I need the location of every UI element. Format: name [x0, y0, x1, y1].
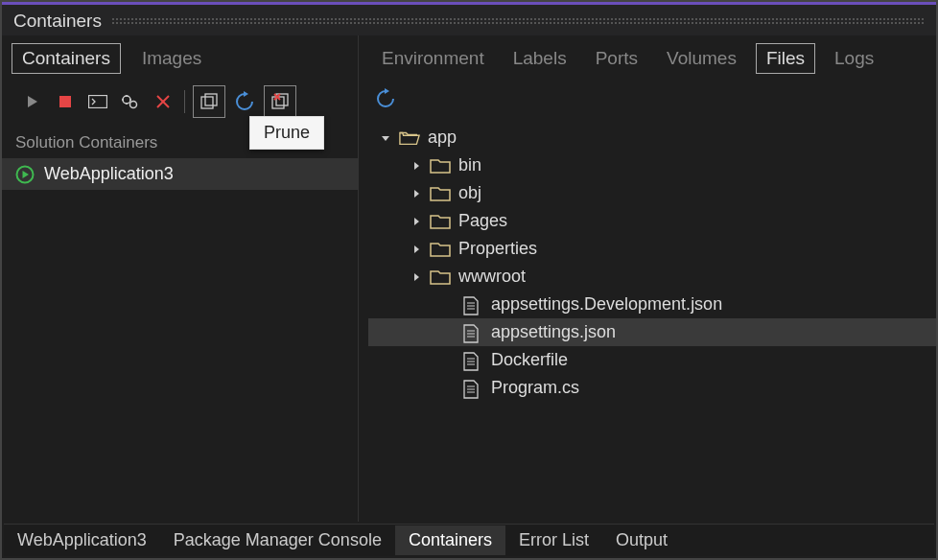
tree-label: Pages [458, 211, 507, 231]
tab-images[interactable]: Images [132, 44, 211, 73]
file-icon [462, 352, 483, 369]
svg-point-4 [130, 102, 137, 108]
tab-logs[interactable]: Logs [825, 44, 883, 73]
left-toolbar: Prune [2, 82, 358, 124]
bottom-tab-webapp[interactable]: WebApplication3 [4, 525, 160, 555]
toolbar-separator [184, 90, 185, 113]
left-tab-strip: Containers Images [2, 35, 358, 82]
file-icon [462, 380, 483, 397]
tree-file[interactable]: · Program.cs [368, 374, 936, 402]
svg-marker-26 [414, 273, 419, 281]
bottom-tab-strip: WebApplication3 Package Manager Console … [4, 524, 934, 556]
tree-folder-pages[interactable]: Pages [368, 207, 936, 235]
tree-label: appsettings.Development.json [491, 294, 722, 315]
tree-file[interactable]: · appsettings.json [368, 318, 936, 346]
svg-rect-11 [201, 97, 213, 108]
svg-marker-22 [414, 162, 419, 170]
stop-icon[interactable] [52, 88, 79, 115]
tree-label: Program.cs [491, 378, 579, 398]
bottom-tab-containers[interactable]: Containers [395, 525, 505, 555]
svg-rect-12 [205, 94, 217, 105]
running-status-icon [15, 165, 35, 184]
tree-file[interactable]: · Dockerfile [368, 346, 936, 374]
windows-icon[interactable] [193, 85, 225, 118]
right-tab-strip: Environment Labels Ports Volumes Files L… [359, 35, 936, 82]
svg-marker-13 [244, 91, 248, 97]
tab-environment[interactable]: Environment [372, 44, 494, 73]
folder-icon [430, 213, 451, 230]
tree-folder-app[interactable]: app [368, 124, 936, 152]
settings-icon[interactable] [117, 88, 144, 115]
tree-label: wwwroot [458, 267, 526, 287]
folder-open-icon [399, 129, 420, 147]
play-icon[interactable] [19, 88, 46, 115]
file-icon [462, 324, 483, 341]
svg-marker-23 [414, 190, 419, 198]
tree-label: Dockerfile [491, 350, 568, 370]
container-list: WebApplication3 [2, 158, 358, 190]
right-panel: Environment Labels Ports Volumes Files L… [359, 35, 936, 522]
tree-folder-wwwroot[interactable]: wwwroot [368, 263, 936, 291]
refresh-icon[interactable] [231, 88, 258, 115]
tree-label: obj [458, 183, 481, 203]
svg-marker-20 [385, 88, 389, 94]
grip-handle[interactable] [111, 17, 925, 25]
terminal-icon[interactable] [84, 88, 111, 115]
file-tree: app bin obj Pages Properties [359, 120, 936, 402]
delete-icon[interactable] [150, 88, 176, 115]
panel-title: Containers [13, 11, 102, 32]
title-bar: Containers [2, 5, 936, 35]
folder-icon [430, 185, 451, 202]
folder-icon [430, 268, 451, 286]
chevron-right-icon[interactable] [410, 161, 422, 171]
prune-icon[interactable] [264, 85, 296, 118]
svg-marker-0 [28, 96, 37, 107]
container-item-label: WebApplication3 [44, 164, 174, 184]
right-toolbar [359, 82, 936, 120]
tab-volumes[interactable]: Volumes [657, 44, 746, 73]
refresh-files-icon[interactable] [372, 85, 399, 112]
tooltip-prune: Prune [249, 116, 324, 150]
folder-icon [430, 241, 451, 258]
tree-label: bin [458, 155, 481, 175]
chevron-right-icon[interactable] [410, 245, 422, 254]
chevron-down-icon[interactable] [380, 133, 391, 143]
left-panel: Containers Images [2, 35, 359, 522]
tab-containers[interactable]: Containers [12, 43, 121, 74]
tree-file[interactable]: · appsettings.Development.json [368, 291, 936, 318]
bottom-tab-errorlist[interactable]: Error List [505, 525, 602, 555]
folder-icon [430, 157, 451, 175]
tab-ports[interactable]: Ports [586, 44, 647, 73]
tree-label: appsettings.json [491, 322, 616, 342]
tree-label: app [428, 128, 457, 148]
tree-label: Properties [458, 239, 537, 259]
tree-folder-properties[interactable]: Properties [368, 235, 936, 263]
container-item[interactable]: WebApplication3 [2, 158, 358, 190]
chevron-right-icon[interactable] [410, 272, 422, 282]
tree-folder-bin[interactable]: bin [368, 152, 936, 179]
svg-marker-24 [414, 218, 419, 225]
svg-marker-25 [414, 245, 419, 253]
tab-labels[interactable]: Labels [504, 44, 576, 73]
bottom-tab-output[interactable]: Output [602, 525, 681, 555]
svg-marker-21 [382, 136, 389, 141]
tab-files[interactable]: Files [756, 43, 815, 74]
svg-rect-2 [89, 96, 107, 108]
svg-marker-19 [23, 171, 30, 178]
svg-rect-1 [59, 96, 71, 107]
file-icon [462, 296, 483, 314]
chevron-right-icon[interactable] [410, 217, 422, 226]
bottom-tab-pmc[interactable]: Package Manager Console [160, 525, 395, 555]
tree-folder-obj[interactable]: obj [368, 179, 936, 207]
chevron-right-icon[interactable] [410, 189, 422, 198]
svg-point-3 [123, 96, 130, 104]
